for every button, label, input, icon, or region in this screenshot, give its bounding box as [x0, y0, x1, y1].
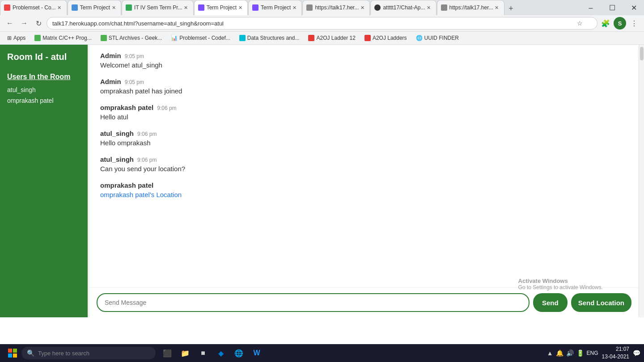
volume-icon[interactable]: 🔊 — [566, 349, 574, 357]
more-button[interactable]: ⋮ — [628, 17, 640, 29]
back-button[interactable]: ← — [4, 17, 16, 29]
tab-7[interactable]: attttt17/Chat-Ap... ✕ — [370, 0, 436, 15]
send-location-button[interactable]: Send Location — [571, 293, 631, 312]
tray-chevron-icon[interactable]: ▲ — [547, 349, 553, 357]
tab-2-close[interactable]: ✕ — [110, 4, 117, 11]
tab-1-favicon — [4, 4, 10, 11]
forward-button[interactable]: → — [18, 17, 30, 29]
profile-button[interactable]: S — [614, 17, 626, 29]
message-author-3: omprakash patel — [100, 104, 153, 111]
matrix-icon — [34, 35, 41, 41]
chrome-button[interactable]: 🌐 — [231, 345, 247, 361]
terminal-button[interactable]: ■ — [195, 345, 211, 361]
word-icon: W — [253, 349, 260, 357]
address-bar[interactable]: talk17.herokuapp.com/chat.html?username=… — [47, 17, 597, 29]
tab-1[interactable]: Problemset - Co... ✕ — [0, 0, 67, 15]
bookmark-problemset[interactable]: 📊 Problemset - Codef... — [167, 34, 233, 42]
task-view-button[interactable]: ⬛ — [159, 345, 175, 361]
message-author-4: atul_singh — [100, 130, 134, 137]
tab-2[interactable]: Term Project ✕ — [68, 0, 121, 15]
send-button[interactable]: Send — [533, 293, 568, 312]
chat-messages: Admin 9:05 pm Welcome! atul_singh Admin … — [89, 45, 639, 287]
folder-icon: 📁 — [181, 349, 190, 358]
tab-6[interactable]: https://talk17.her... ✕ — [302, 0, 370, 15]
bookmark-star-icon[interactable]: ☆ — [577, 20, 583, 27]
tab-5-favicon — [252, 4, 258, 11]
minimize-button[interactable]: – — [580, 1, 601, 15]
bookmark-apps[interactable]: ⊞ Apps — [4, 34, 29, 42]
tab-6-close[interactable]: ✕ — [359, 4, 366, 11]
a2oj12-label: A2OJ Ladder 12 — [316, 35, 355, 41]
message-text-3: Hello atul — [100, 113, 628, 121]
maximize-button[interactable]: ☐ — [602, 1, 623, 15]
notification-icon[interactable]: 🔔 — [556, 349, 564, 357]
tab-1-label: Problemset - Co... — [13, 4, 56, 11]
extensions-button[interactable]: 🧩 — [599, 17, 612, 29]
a2oj-icon — [364, 35, 371, 41]
terminal-icon: ■ — [201, 349, 205, 357]
message-group-6: omprakash patel omprakash patel's Locati… — [100, 181, 628, 199]
svg-rect-3 — [13, 354, 17, 358]
message-time-1: 9:05 pm — [125, 53, 144, 59]
message-group-2: Admin 9:05 pm omprakash patel has joined — [100, 78, 628, 95]
uuid-label: UUID FINDER — [424, 35, 459, 41]
tab-5-close[interactable]: ✕ — [291, 4, 298, 11]
new-tab-button[interactable]: + — [505, 3, 517, 15]
bookmark-ds[interactable]: Data Structures and... — [236, 34, 303, 42]
notification-bell-icon[interactable]: 💬 — [633, 349, 640, 357]
message-author-6: omprakash patel — [100, 181, 153, 189]
file-explorer-button[interactable]: 📁 — [177, 345, 193, 361]
user-item-atul: atul_singh — [0, 84, 89, 95]
tab-7-favicon — [374, 4, 381, 11]
taskbar-search-box[interactable]: 🔍 Type here to search — [21, 347, 156, 359]
battery-icon[interactable]: 🔋 — [576, 349, 584, 357]
stl-label: STL Archives - Geek... — [109, 35, 162, 41]
bookmark-uuid[interactable]: 🌐 UUID FINDER — [412, 34, 462, 42]
tab-3-favicon — [126, 4, 132, 11]
bookmark-stl[interactable]: STL Archives - Geek... — [97, 34, 166, 42]
tab-8[interactable]: https://talk17.her... ✕ — [437, 0, 504, 15]
taskbar-apps: ⬛ 📁 ■ ◆ 🌐 W — [159, 345, 265, 361]
location-link[interactable]: omprakash patel's Location — [100, 191, 182, 198]
taskbar-right: ▲ 🔔 🔊 🔋 ENG 21:07 13-04-2021 💬 — [547, 345, 640, 361]
tab-7-label: attttt17/Chat-Ap... — [383, 4, 425, 11]
tab-3[interactable]: IT IV Sem Term Pr... ✕ — [122, 0, 194, 15]
svg-rect-2 — [8, 354, 12, 358]
word-button[interactable]: W — [249, 345, 265, 361]
apps-label: Apps — [13, 35, 25, 41]
close-window-button[interactable]: ✕ — [623, 1, 644, 15]
message-text-5: Can you send your location? — [100, 165, 628, 173]
lang-indicator[interactable]: ENG — [587, 350, 598, 356]
message-input[interactable] — [97, 293, 530, 312]
vscode-button[interactable]: ◆ — [213, 345, 229, 361]
tab-5[interactable]: Term Project ✕ — [248, 0, 302, 15]
tab-4[interactable]: Term Project ✕ — [194, 0, 248, 15]
svg-rect-0 — [8, 349, 12, 353]
tab-1-close[interactable]: ✕ — [56, 4, 63, 11]
system-tray: ▲ 🔔 🔊 🔋 ENG — [547, 349, 598, 357]
refresh-button[interactable]: ↻ — [32, 17, 45, 29]
message-author-5: atul_singh — [100, 156, 134, 163]
chat-input-area: Send Send Location — [89, 287, 639, 317]
tab-2-label: Term Project — [80, 4, 110, 11]
right-scrollbar[interactable] — [639, 45, 644, 317]
ds-label: Data Structures and... — [247, 35, 300, 41]
tab-3-close[interactable]: ✕ — [182, 4, 190, 11]
tab-7-close[interactable]: ✕ — [425, 4, 432, 11]
tab-4-close[interactable]: ✕ — [237, 4, 244, 11]
message-text-2: omprakash patel has joined — [100, 87, 628, 95]
tab-4-favicon — [198, 4, 204, 11]
bookmark-a2oj[interactable]: A2OJ Ladders — [361, 34, 411, 42]
start-button[interactable] — [4, 344, 21, 362]
tab-8-close[interactable]: ✕ — [493, 4, 500, 11]
clock-date: 13-04-2021 — [602, 353, 629, 361]
bookmark-matrix[interactable]: Matrix C/C++ Prog... — [31, 34, 95, 42]
message-author-1: Admin — [100, 52, 121, 59]
tab-3-label: IT IV Sem Term Pr... — [134, 4, 182, 11]
message-header-5: atul_singh 9:06 pm — [100, 156, 628, 163]
room-id: Room Id - atul — [0, 52, 89, 69]
message-header-3: omprakash patel 9:06 pm — [100, 104, 628, 111]
uuid-icon: 🌐 — [416, 35, 423, 41]
bookmark-a2oj12[interactable]: A2OJ Ladder 12 — [305, 34, 359, 42]
taskbar-clock[interactable]: 21:07 13-04-2021 — [602, 345, 629, 361]
